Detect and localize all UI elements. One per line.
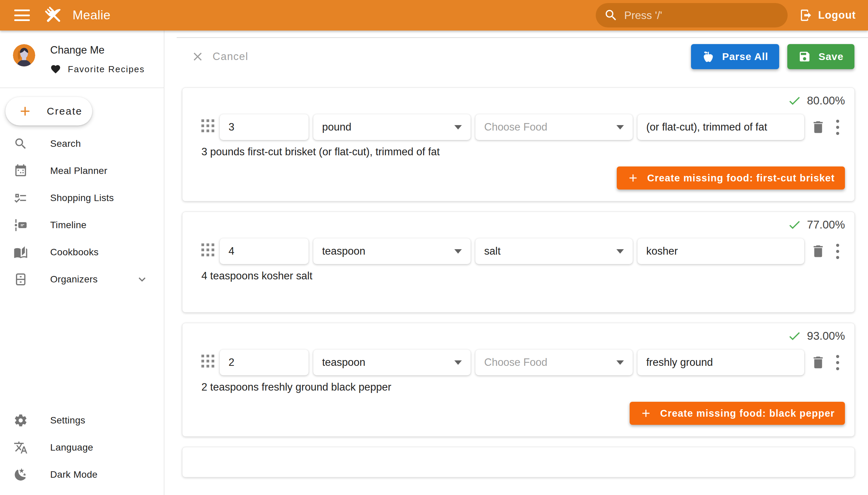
ingredient-cards: 80.00% pound Choose Food 3 pounds first-… (182, 87, 855, 477)
trash-icon[interactable] (810, 119, 826, 135)
sidebar-item-label: Shopping Lists (50, 192, 114, 203)
unit-select[interactable]: teaspoon (313, 349, 471, 375)
plus-icon (627, 172, 639, 184)
hamburger-menu-icon[interactable] (14, 10, 30, 21)
avatar[interactable] (13, 44, 35, 66)
global-search[interactable] (596, 3, 788, 28)
confidence-value: 93.00% (807, 329, 845, 342)
food-select[interactable]: Choose Food (475, 114, 633, 140)
sidebar-item-label: Settings (50, 415, 85, 426)
sidebar-item-label: Timeline (50, 220, 86, 231)
kebab-menu-icon[interactable] (831, 120, 844, 135)
unit-value: teaspoon (322, 356, 365, 369)
note-input[interactable] (646, 356, 796, 369)
ingredient-card: 80.00% pound Choose Food 3 pounds first-… (182, 87, 855, 201)
create-missing-food-label: Create missing food: first-cut brisket (647, 173, 835, 184)
quantity-input[interactable] (228, 356, 300, 369)
note-field[interactable] (637, 238, 804, 264)
sidebar-item-label: Language (50, 442, 93, 453)
sidebar-item-dark-mode[interactable]: Dark Mode (0, 461, 164, 488)
food-select[interactable]: salt (475, 238, 633, 264)
magnify-icon (14, 137, 28, 151)
dropdown-arrow-icon (616, 360, 624, 365)
note-input[interactable] (646, 121, 796, 133)
drag-handle[interactable] (201, 355, 215, 370)
logout-icon (799, 8, 813, 22)
calendar-icon (14, 164, 28, 178)
quantity-input[interactable] (228, 245, 300, 257)
dropdown-arrow-icon (454, 360, 462, 365)
ingredient-card: 93.00% teaspoon Choose Food 2 teaspoons … (182, 323, 855, 437)
sidebar-item-label: Cookbooks (50, 247, 99, 258)
save-label: Save (818, 51, 844, 62)
check-icon (787, 329, 802, 343)
quantity-input[interactable] (228, 121, 300, 133)
main-content: Cancel Parse All Save 80.00% pound Choos… (165, 31, 868, 495)
moon-icon (14, 467, 28, 482)
unit-value: teaspoon (322, 245, 365, 257)
plus-icon (640, 407, 652, 420)
sidebar-item-cookbooks[interactable]: Cookbooks (0, 239, 164, 266)
timeline-icon (14, 218, 28, 232)
sidebar-item-timeline[interactable]: Timeline (0, 211, 164, 239)
save-icon (798, 50, 811, 63)
chevron-down-icon (135, 273, 149, 286)
cancel-button[interactable]: Cancel (191, 50, 249, 63)
original-ingredient-text: 2 teaspoons freshly ground black pepper (201, 381, 845, 394)
dropdown-arrow-icon (454, 249, 462, 254)
user-block[interactable]: Change Me Favorite Recipes (0, 31, 164, 74)
trash-icon[interactable] (810, 355, 826, 370)
heart-icon (50, 64, 61, 74)
sidebar-item-shopping-lists[interactable]: Shopping Lists (0, 185, 164, 211)
sidebar: Change Me Favorite Recipes Create Search… (0, 31, 165, 495)
gear-icon (14, 413, 28, 428)
note-field[interactable] (637, 114, 804, 140)
drag-handle[interactable] (201, 243, 215, 259)
note-field[interactable] (637, 349, 804, 375)
food-placeholder: Choose Food (484, 121, 547, 133)
parser-toolbar: Cancel Parse All Save (182, 44, 854, 69)
sidebar-item-meal-planner[interactable]: Meal Planner (0, 157, 164, 185)
app-title: Mealie (72, 8, 110, 22)
sidebar-item-search[interactable]: Search (0, 130, 164, 157)
quantity-field[interactable] (220, 349, 309, 375)
trash-icon[interactable] (810, 243, 826, 259)
quantity-field[interactable] (220, 238, 309, 264)
apple-icon (702, 50, 715, 63)
kebab-menu-icon[interactable] (831, 244, 844, 259)
create-missing-food-label: Create missing food: black pepper (660, 408, 835, 419)
ingredient-card (182, 447, 855, 477)
food-placeholder: Choose Food (484, 356, 547, 369)
unit-select[interactable]: teaspoon (313, 238, 471, 264)
kebab-menu-icon[interactable] (831, 355, 844, 370)
checklist-icon (14, 191, 28, 205)
drag-handle[interactable] (201, 119, 215, 135)
cabinet-icon (14, 272, 28, 287)
sidebar-item-label: Meal Planner (50, 166, 107, 176)
original-ingredient-text: 3 pounds first-cut brisket (or flat-cut)… (201, 146, 845, 158)
favorite-recipes-link[interactable]: Favorite Recipes (50, 64, 145, 74)
cancel-label: Cancel (212, 51, 249, 63)
confidence-value: 80.00% (807, 94, 845, 107)
parse-all-button[interactable]: Parse All (691, 44, 779, 69)
sidebar-item-label: Organizers (50, 274, 98, 285)
create-missing-food-button[interactable]: Create missing food: black pepper (630, 402, 845, 425)
create-missing-food-button[interactable]: Create missing food: first-cut brisket (617, 167, 845, 189)
search-input[interactable] (624, 9, 780, 22)
sidebar-item-organizers[interactable]: Organizers (0, 266, 164, 293)
favorite-recipes-label: Favorite Recipes (68, 64, 145, 74)
sidebar-item-language[interactable]: Language (0, 434, 164, 461)
check-icon (787, 218, 802, 232)
unit-select[interactable]: pound (313, 114, 471, 140)
quantity-field[interactable] (220, 114, 309, 140)
note-input[interactable] (646, 245, 796, 257)
user-name: Change Me (50, 44, 145, 56)
ingredient-card: 77.00% teaspoon salt 4 teaspoons kosher … (182, 211, 855, 312)
content-top-divider (177, 37, 868, 38)
sidebar-item-settings[interactable]: Settings (0, 407, 164, 434)
logout-button[interactable]: Logout (799, 8, 856, 22)
book-open-icon (14, 245, 28, 259)
create-button[interactable]: Create (5, 97, 92, 125)
save-button[interactable]: Save (787, 44, 854, 69)
food-select[interactable]: Choose Food (475, 349, 633, 375)
